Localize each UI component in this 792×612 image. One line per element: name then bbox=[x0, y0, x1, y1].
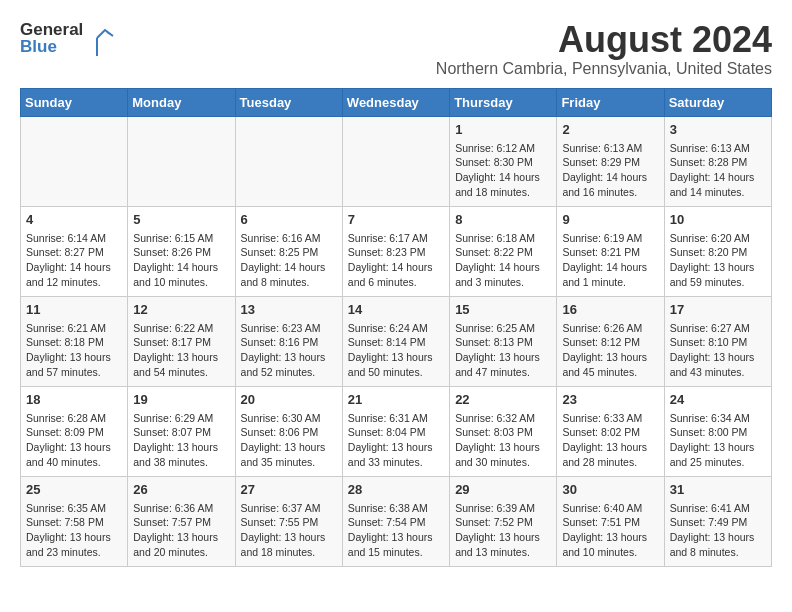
calendar-cell: 18Sunrise: 6:28 AMSunset: 8:09 PMDayligh… bbox=[21, 386, 128, 476]
cell-line: Sunset: 8:09 PM bbox=[26, 426, 104, 438]
cell-line: Sunset: 8:13 PM bbox=[455, 336, 533, 348]
calendar-cell: 9Sunrise: 6:19 AMSunset: 8:21 PMDaylight… bbox=[557, 206, 664, 296]
calendar-cell: 22Sunrise: 6:32 AMSunset: 8:03 PMDayligh… bbox=[450, 386, 557, 476]
cell-line: Sunrise: 6:36 AM bbox=[133, 502, 213, 514]
day-number: 9 bbox=[562, 211, 658, 229]
cell-content: Sunrise: 6:36 AMSunset: 7:57 PMDaylight:… bbox=[133, 501, 229, 560]
calendar-cell: 26Sunrise: 6:36 AMSunset: 7:57 PMDayligh… bbox=[128, 476, 235, 566]
cell-content: Sunrise: 6:39 AMSunset: 7:52 PMDaylight:… bbox=[455, 501, 551, 560]
cell-line: Sunset: 8:28 PM bbox=[670, 156, 748, 168]
cell-line: Sunset: 8:29 PM bbox=[562, 156, 640, 168]
calendar-week-row: 25Sunrise: 6:35 AMSunset: 7:58 PMDayligh… bbox=[21, 476, 772, 566]
cell-line: and 54 minutes. bbox=[133, 366, 208, 378]
cell-line: Sunset: 8:20 PM bbox=[670, 246, 748, 258]
cell-content: Sunrise: 6:16 AMSunset: 8:25 PMDaylight:… bbox=[241, 231, 337, 290]
cell-content: Sunrise: 6:24 AMSunset: 8:14 PMDaylight:… bbox=[348, 321, 444, 380]
cell-line: and 59 minutes. bbox=[670, 276, 745, 288]
cell-line: Sunrise: 6:18 AM bbox=[455, 232, 535, 244]
cell-line: Daylight: 14 hours bbox=[562, 171, 647, 183]
cell-content: Sunrise: 6:17 AMSunset: 8:23 PMDaylight:… bbox=[348, 231, 444, 290]
cell-content: Sunrise: 6:37 AMSunset: 7:55 PMDaylight:… bbox=[241, 501, 337, 560]
cell-line: Daylight: 13 hours bbox=[348, 441, 433, 453]
cell-line: Sunset: 8:23 PM bbox=[348, 246, 426, 258]
cell-line: Sunrise: 6:21 AM bbox=[26, 322, 106, 334]
day-number: 21 bbox=[348, 391, 444, 409]
cell-line: Sunrise: 6:29 AM bbox=[133, 412, 213, 424]
cell-line: and 18 minutes. bbox=[241, 546, 316, 558]
cell-line: Sunrise: 6:22 AM bbox=[133, 322, 213, 334]
cell-line: Sunrise: 6:38 AM bbox=[348, 502, 428, 514]
day-number: 23 bbox=[562, 391, 658, 409]
cell-line: Daylight: 14 hours bbox=[562, 261, 647, 273]
calendar-cell: 25Sunrise: 6:35 AMSunset: 7:58 PMDayligh… bbox=[21, 476, 128, 566]
day-number: 27 bbox=[241, 481, 337, 499]
day-number: 17 bbox=[670, 301, 766, 319]
cell-line: Daylight: 13 hours bbox=[455, 441, 540, 453]
cell-line: and 38 minutes. bbox=[133, 456, 208, 468]
calendar-cell: 19Sunrise: 6:29 AMSunset: 8:07 PMDayligh… bbox=[128, 386, 235, 476]
cell-line: Sunrise: 6:25 AM bbox=[455, 322, 535, 334]
cell-content: Sunrise: 6:13 AMSunset: 8:28 PMDaylight:… bbox=[670, 141, 766, 200]
calendar-cell: 5Sunrise: 6:15 AMSunset: 8:26 PMDaylight… bbox=[128, 206, 235, 296]
cell-line: and 57 minutes. bbox=[26, 366, 101, 378]
cell-line: and 14 minutes. bbox=[670, 186, 745, 198]
day-header-friday: Friday bbox=[557, 88, 664, 116]
calendar-cell: 13Sunrise: 6:23 AMSunset: 8:16 PMDayligh… bbox=[235, 296, 342, 386]
cell-line: Daylight: 13 hours bbox=[133, 351, 218, 363]
cell-line: Sunset: 8:25 PM bbox=[241, 246, 319, 258]
cell-line: Sunrise: 6:39 AM bbox=[455, 502, 535, 514]
logo-bird-icon bbox=[87, 20, 117, 56]
calendar-cell bbox=[342, 116, 449, 206]
calendar-cell: 15Sunrise: 6:25 AMSunset: 8:13 PMDayligh… bbox=[450, 296, 557, 386]
calendar-cell: 10Sunrise: 6:20 AMSunset: 8:20 PMDayligh… bbox=[664, 206, 771, 296]
cell-line: and 40 minutes. bbox=[26, 456, 101, 468]
calendar-cell: 2Sunrise: 6:13 AMSunset: 8:29 PMDaylight… bbox=[557, 116, 664, 206]
cell-line: Daylight: 13 hours bbox=[455, 531, 540, 543]
day-number: 22 bbox=[455, 391, 551, 409]
cell-line: Sunset: 8:30 PM bbox=[455, 156, 533, 168]
cell-line: and 35 minutes. bbox=[241, 456, 316, 468]
day-number: 8 bbox=[455, 211, 551, 229]
cell-line: Daylight: 13 hours bbox=[670, 441, 755, 453]
cell-line: and 50 minutes. bbox=[348, 366, 423, 378]
day-number: 14 bbox=[348, 301, 444, 319]
cell-line: Daylight: 13 hours bbox=[26, 531, 111, 543]
cell-line: Daylight: 13 hours bbox=[241, 351, 326, 363]
cell-line: Sunrise: 6:40 AM bbox=[562, 502, 642, 514]
cell-content: Sunrise: 6:31 AMSunset: 8:04 PMDaylight:… bbox=[348, 411, 444, 470]
day-number: 10 bbox=[670, 211, 766, 229]
cell-line: Daylight: 14 hours bbox=[133, 261, 218, 273]
day-number: 16 bbox=[562, 301, 658, 319]
cell-line: Sunrise: 6:28 AM bbox=[26, 412, 106, 424]
cell-line: Sunset: 8:00 PM bbox=[670, 426, 748, 438]
logo-blue: Blue bbox=[20, 38, 57, 55]
cell-line: Sunset: 8:18 PM bbox=[26, 336, 104, 348]
calendar-cell: 30Sunrise: 6:40 AMSunset: 7:51 PMDayligh… bbox=[557, 476, 664, 566]
day-number: 5 bbox=[133, 211, 229, 229]
day-number: 6 bbox=[241, 211, 337, 229]
day-header-tuesday: Tuesday bbox=[235, 88, 342, 116]
cell-line: and 33 minutes. bbox=[348, 456, 423, 468]
cell-content: Sunrise: 6:12 AMSunset: 8:30 PMDaylight:… bbox=[455, 141, 551, 200]
cell-line: and 3 minutes. bbox=[455, 276, 524, 288]
cell-line: Sunrise: 6:14 AM bbox=[26, 232, 106, 244]
cell-line: Sunrise: 6:33 AM bbox=[562, 412, 642, 424]
cell-line: and 15 minutes. bbox=[348, 546, 423, 558]
cell-line: Daylight: 13 hours bbox=[26, 441, 111, 453]
calendar-cell: 27Sunrise: 6:37 AMSunset: 7:55 PMDayligh… bbox=[235, 476, 342, 566]
cell-line: Sunrise: 6:15 AM bbox=[133, 232, 213, 244]
cell-line: Sunset: 8:27 PM bbox=[26, 246, 104, 258]
cell-line: and 47 minutes. bbox=[455, 366, 530, 378]
cell-line: Sunset: 8:22 PM bbox=[455, 246, 533, 258]
calendar-cell: 16Sunrise: 6:26 AMSunset: 8:12 PMDayligh… bbox=[557, 296, 664, 386]
logo: General Blue bbox=[20, 20, 117, 56]
day-header-monday: Monday bbox=[128, 88, 235, 116]
cell-content: Sunrise: 6:35 AMSunset: 7:58 PMDaylight:… bbox=[26, 501, 122, 560]
cell-line: Sunset: 8:03 PM bbox=[455, 426, 533, 438]
cell-content: Sunrise: 6:18 AMSunset: 8:22 PMDaylight:… bbox=[455, 231, 551, 290]
cell-line: Sunset: 8:16 PM bbox=[241, 336, 319, 348]
day-number: 20 bbox=[241, 391, 337, 409]
day-number: 3 bbox=[670, 121, 766, 139]
day-number: 15 bbox=[455, 301, 551, 319]
cell-line: Daylight: 13 hours bbox=[562, 351, 647, 363]
